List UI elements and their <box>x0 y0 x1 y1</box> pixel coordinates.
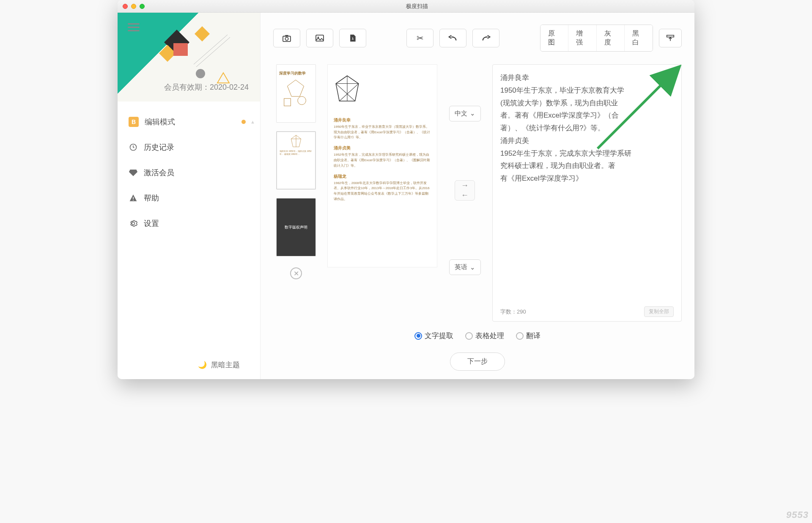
watermark: 9553 <box>786 509 809 520</box>
chevron-down-icon: ⌄ <box>470 110 475 117</box>
app-window: 极度扫描 会员有效期：2020-02-24 <box>118 0 694 379</box>
svg-line-5 <box>196 37 230 67</box>
gear-icon <box>129 219 138 228</box>
image-button[interactable] <box>306 29 333 47</box>
language-column: 中文⌄ →← 英语⌄ <box>446 59 484 322</box>
nav-label: 设置 <box>144 218 159 228</box>
svg-rect-3 <box>173 43 188 56</box>
svg-marker-2 <box>195 26 210 41</box>
radio-translate[interactable]: 翻译 <box>516 331 540 341</box>
filter-gray[interactable]: 灰度 <box>597 25 625 51</box>
toolbar: λ ✂ 原图 增强 灰度 黑白 <box>273 25 682 52</box>
redo-button[interactable] <box>472 29 499 47</box>
svg-rect-13 <box>285 35 288 37</box>
radio-table[interactable]: 表格处理 <box>465 331 504 341</box>
char-count: 字数：290 <box>500 308 526 316</box>
window-title: 极度扫描 <box>145 3 689 10</box>
nav-help[interactable]: 帮助 <box>118 185 260 211</box>
filter-segment: 原图 增强 灰度 黑白 <box>540 25 653 52</box>
radio-icon <box>516 332 524 340</box>
main-content: λ ✂ 原图 增强 灰度 黑白 <box>261 13 694 379</box>
nav-activate[interactable]: 激活会员 <box>118 160 260 185</box>
svg-text:λ: λ <box>352 37 354 40</box>
nav-edit-mode[interactable]: B 编辑模式 <box>118 109 260 135</box>
filter-enhance[interactable]: 增强 <box>568 25 597 51</box>
traffic-lights <box>123 4 145 9</box>
svg-marker-18 <box>288 80 304 96</box>
nav-label: 帮助 <box>144 193 159 203</box>
chevron-down-icon: ⌄ <box>470 264 475 271</box>
nav-label: 编辑模式 <box>145 117 175 127</box>
maximize-icon[interactable] <box>140 4 145 9</box>
ocr-footer: 字数：290 复制全部 <box>500 304 674 317</box>
thumbnail-3[interactable]: 数字版权声明 <box>276 198 316 256</box>
nav-label: 激活会员 <box>144 168 174 178</box>
radio-icon <box>414 332 422 340</box>
delete-thumb-button[interactable]: ✕ <box>290 267 302 279</box>
dark-theme-toggle[interactable]: 🌙 黑暗主题 <box>118 351 260 379</box>
svg-rect-20 <box>284 99 291 106</box>
diamond-icon <box>129 168 138 177</box>
ocr-result-panel: 涌井良幸 1950年生于东京，毕业于东京教育大学 (现筑波大学）数学系，现为自由… <box>492 64 682 322</box>
copy-all-button[interactable]: 复制全部 <box>644 306 674 317</box>
nav-settings[interactable]: 设置 <box>118 211 260 236</box>
svg-rect-9 <box>133 197 134 199</box>
svg-point-6 <box>196 69 205 78</box>
edit-badge-icon: B <box>129 117 139 127</box>
svg-rect-10 <box>133 200 134 201</box>
source-language-select[interactable]: 中文⌄ <box>449 106 481 121</box>
svg-marker-7 <box>217 73 229 83</box>
nav: B 编辑模式 历史记录 激活会员 帮助 设置 <box>118 102 260 236</box>
polyhedron-icon <box>334 75 361 104</box>
membership-expiry: 会员有效期：2020-02-24 <box>164 82 249 92</box>
mode-radios: 文字提取 表格处理 翻译 <box>273 331 682 341</box>
page-preview[interactable]: 涌井良幸 1950年生于东京，毕业于东京教育大学（现筑波大学）数学系。现为自由职… <box>327 64 437 267</box>
svg-point-19 <box>298 96 306 105</box>
thumbnail-2[interactable]: 涌井良幸 1950年... 涌井贞美 1952年... 杨瑞龙 1982年... <box>276 131 316 190</box>
moon-icon: 🌙 <box>198 361 207 369</box>
nav-label: 历史记录 <box>144 142 174 152</box>
undo-button[interactable] <box>439 29 466 47</box>
svg-line-4 <box>194 35 228 64</box>
thumbnail-1[interactable]: 深度学习的数学 <box>276 64 316 123</box>
svg-rect-17 <box>667 35 674 37</box>
radio-text-extract[interactable]: 文字提取 <box>414 331 453 341</box>
cut-button[interactable]: ✂ <box>406 29 433 47</box>
svg-rect-14 <box>316 35 324 41</box>
swap-languages-button[interactable]: →← <box>455 180 475 201</box>
camera-button[interactable] <box>273 29 300 47</box>
minimize-icon[interactable] <box>131 4 136 9</box>
next-button[interactable]: 下一步 <box>450 352 505 371</box>
workspace: 深度学习的数学 涌井良幸 1950年... 涌井贞美 1952年... 杨瑞龙 … <box>273 59 682 322</box>
thumbnail-list: 深度学习的数学 涌井良幸 1950年... 涌井贞美 1952年... 杨瑞龙 … <box>273 59 319 322</box>
radio-icon <box>465 332 473 340</box>
target-language-select[interactable]: 英语⌄ <box>449 259 481 275</box>
clock-icon <box>129 143 138 152</box>
sidebar-banner: 会员有效期：2020-02-24 <box>118 13 260 102</box>
titlebar: 极度扫描 <box>118 0 694 13</box>
banner-art <box>156 26 240 85</box>
close-icon[interactable] <box>123 4 128 9</box>
menu-icon[interactable] <box>128 21 140 33</box>
ocr-text[interactable]: 涌井良幸 1950年生于东京，毕业于东京教育大学 (现筑波大学）数学系，现为自由… <box>500 72 674 304</box>
sidebar: 会员有效期：2020-02-24 B 编辑模式 历史记录 激活会员 <box>118 13 261 379</box>
filter-bw[interactable]: 黑白 <box>625 25 653 51</box>
pdf-button[interactable]: λ <box>339 29 366 47</box>
filter-original[interactable]: 原图 <box>540 25 569 51</box>
nav-history[interactable]: 历史记录 <box>118 135 260 160</box>
warning-icon <box>129 193 138 203</box>
export-button[interactable] <box>659 29 682 47</box>
svg-point-12 <box>285 37 288 40</box>
